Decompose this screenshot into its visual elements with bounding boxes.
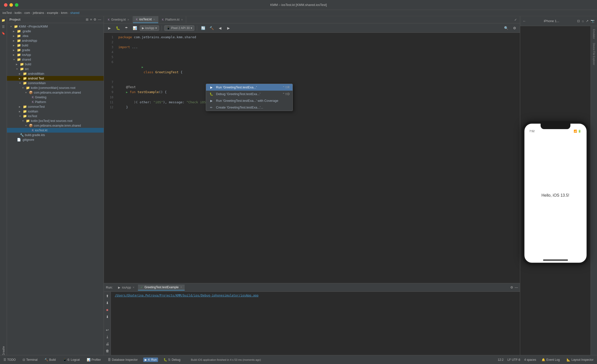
sidebar-tool-1[interactable]: ⊞ [86,18,88,21]
tree-item-iostest-kt[interactable]: ▶ K iosTest.kt [7,128,104,133]
run-config-dropdown[interactable]: ▶ iosApp ▾ [140,25,159,31]
run-button[interactable]: ▶ [106,25,113,32]
tree-item[interactable]: ▶ 📁 .idea [7,34,104,38]
tree-item-gitignore[interactable]: ▶ 📄 .gitignore [7,137,104,142]
bc-item[interactable]: shared [70,11,80,15]
tree-item-platform[interactable]: ▶ K Platform [7,100,104,104]
back-button[interactable]: ◀ [216,25,223,32]
tree-item[interactable]: ▶ 📁 iosMain [7,109,104,114]
close-button[interactable] [4,3,7,7]
tree-item-shared[interactable]: ▼ 📁 shared [7,57,104,62]
status-build[interactable]: 🔨 Build [43,358,57,362]
clear-icon[interactable]: 🗑 [105,348,110,354]
bc-item[interactable]: kotlin [15,11,22,15]
status-debug[interactable]: 🐛 5: Debug [162,358,182,362]
tree-item[interactable]: ▼ 📁 commonMain [7,81,104,85]
tree-item[interactable]: ▶ 📁 build [7,62,104,67]
tree-item-commonmain-kotlin[interactable]: ▼ 📁 kotlin [commonMain] sources root [7,85,104,90]
close-tab-platform[interactable]: ✕ [181,18,183,21]
sim-tool-1[interactable]: ⊡ [577,19,580,23]
run-output-link[interactable]: /Users/Ekaterina.Petrova/Projects/KMM/bu… [115,294,258,297]
sidebar-collapse-icon[interactable]: — [98,18,101,21]
status-terminal[interactable]: ⊡ Terminal [21,358,39,362]
gradle-icon[interactable]: Gradle [1,348,6,354]
status-database[interactable]: 🗄 Database Inspector [106,358,139,362]
close-tab-iostest[interactable]: ✕ [153,18,155,21]
ctx-debug[interactable]: 🐛 Debug 'GreetingTest.testExa...' ⌃⇧D [206,91,293,97]
sidebar-settings-icon[interactable]: ⚙ [93,18,96,21]
tree-item-package[interactable]: ▼ 📦 com.jetbrains.example.kmm.shared [7,90,104,95]
bc-item[interactable]: jetbrains [33,11,44,15]
status-profiler[interactable]: 📊 Profiler [85,358,102,362]
scroll-down-icon[interactable]: ⬇ [105,300,110,306]
tree-item[interactable]: ▶ 📁 gradle [7,48,104,52]
status-event-log[interactable]: 🔔 Event Log [540,358,561,362]
scroll-end-icon[interactable]: ⤓ [105,334,110,340]
tree-item-androidtest[interactable]: ▶ 📁 android Test [7,76,104,81]
tree-item-greeting[interactable]: ▶ K Greeting [7,95,104,100]
settings-button[interactable]: ⚙ [511,25,518,32]
tree-item-iostest[interactable]: ▼ 📁 iosTest [7,114,104,118]
window-controls[interactable] [4,3,18,7]
sim-tool-3[interactable]: ↗ [586,19,589,23]
status-logcat[interactable]: 📱 6: Logcat [61,358,81,362]
debug-button[interactable]: 🐛 [114,25,121,32]
bc-item[interactable]: kmm [61,11,67,15]
run-tab-iosapp[interactable]: ▶ iosApp ✕ [116,285,137,290]
tree-item[interactable]: ▶ 📁 iosApp [7,52,104,57]
tab-greeting[interactable]: K Greeting.kt ✕ [105,16,132,23]
coverage-button[interactable]: ☂ [123,25,130,32]
tree-item[interactable]: ▶ 📁 .gradle [7,29,104,34]
status-todo[interactable]: ☰ TODO [2,358,17,362]
bc-item[interactable]: example [47,11,58,15]
ctx-create[interactable]: ✏ Create 'GreetingTest.testExa...'... [206,104,293,111]
simulator-back-icon[interactable]: ← [523,19,526,23]
profile-button[interactable]: 📊 [131,25,138,32]
tab-platform[interactable]: K Platform.kt ✕ [159,16,186,23]
tree-item-iostest-kotlin[interactable]: ▼ 📁 kotlin [iosTest] test sources root [7,118,104,123]
tree-item[interactable]: ▼ 📁 src [7,67,104,71]
forward-button[interactable]: ▶ [225,25,232,32]
project-icon[interactable]: 📁 [1,18,6,23]
run-tab-greetingtest[interactable]: ✓ GreetingTest.testExample ✕ [138,285,184,291]
search-everywhere-button[interactable]: 🔍 [503,25,510,32]
close-run-tab2[interactable]: ✕ [180,286,182,289]
tree-item-buildgradle[interactable]: ▶ 🔧 build.gradle.kts [7,133,104,137]
close-tab-greeting[interactable]: ✕ [127,18,129,21]
sync-button[interactable]: 🔄 [200,25,207,32]
device-file-explorer-label[interactable]: Device File Explorer [592,42,596,66]
structure-icon[interactable]: ☰ [1,24,6,30]
settings-icon[interactable]: ⚙ [510,286,513,289]
tree-item[interactable]: ▼ 📁 KMM ~/Projects/KMM [7,24,104,29]
editor-settings-icon[interactable]: ✓ [512,17,519,23]
ctx-run-coverage[interactable]: ▶ Run 'GreetingTest.testExa...' with Cov… [206,97,293,104]
tree-item[interactable]: ▶ 📁 build [7,43,104,48]
tree-item-package2[interactable]: ▼ 📦 com.jetbrains.example.kmm.shared [7,123,104,128]
bookmarks-icon[interactable]: 🔖 [1,31,6,36]
status-run[interactable]: ▶ 4: Run [143,358,158,362]
bc-item[interactable]: com [24,11,30,15]
hammer-button[interactable]: 🔨 [208,25,215,32]
minimize-button[interactable] [9,3,13,7]
code-editor[interactable]: 1 package com.jetbrains.example.kmm.shar… [104,33,520,283]
print-icon[interactable]: 🖨 [105,341,110,347]
scroll-up-icon[interactable]: ⬆ [105,293,110,299]
maximize-button[interactable] [15,3,18,7]
bc-item[interactable]: iosTest [2,11,12,15]
minimize-icon[interactable]: — [515,286,518,289]
run-again-icon[interactable]: ⬇ [105,314,110,320]
close-run-tab[interactable]: ✕ [132,286,134,289]
tab-iostest[interactable]: K iosTest.kt ✕ [133,16,158,23]
status-layout-inspector[interactable]: 📐 Layout Inspector [565,358,595,362]
sim-tool-2[interactable]: ⌂ [582,19,584,23]
soft-wrap-icon[interactable]: ↩ [105,327,110,333]
ctx-run[interactable]: ▶ Run 'GreetingTest.testExa...' ⌃⇧R [206,84,293,91]
emulator-label[interactable]: Emulator [592,28,596,40]
tree-item[interactable]: ▶ 📁 androidMain [7,71,104,76]
sidebar-tool-2[interactable]: ≡ [90,18,92,21]
sim-tool-4[interactable]: 📷 [591,19,595,23]
tree-item-androidapp[interactable]: ▶ 📁 androidApp [7,38,104,43]
tree-item[interactable]: ▶ 📁 commonTest [7,104,104,109]
stop-icon[interactable]: ■ [105,307,110,313]
device-dropdown[interactable]: 📱 Pixel 2 API 30 ▾ [164,25,195,31]
